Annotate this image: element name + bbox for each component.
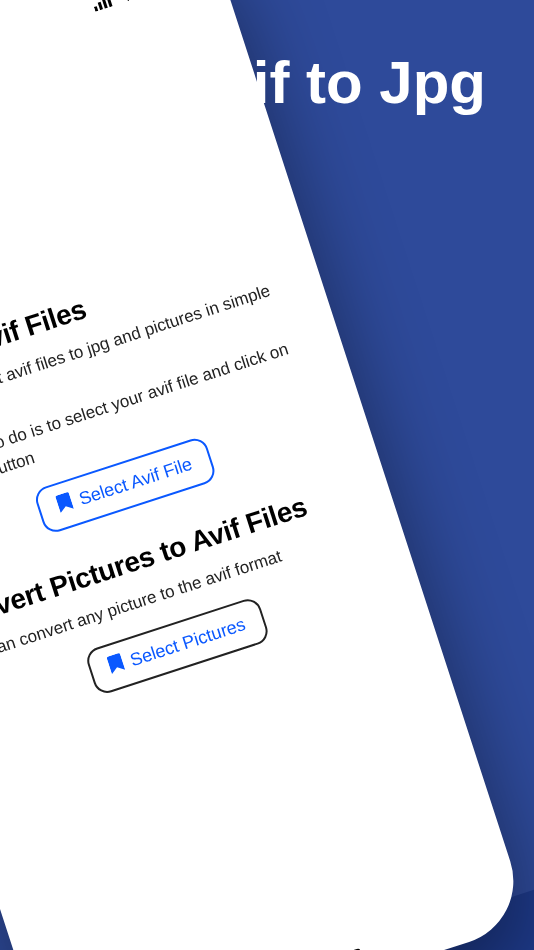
wifi-icon [116, 0, 139, 8]
hero-title: Avif to Jpg [178, 48, 486, 117]
bookmark-icon [106, 653, 126, 679]
button-label: Select Avif File [76, 453, 194, 509]
svg-rect-0 [94, 6, 98, 12]
button-label: Select Pictures [128, 614, 249, 671]
status-icons [91, 0, 171, 16]
svg-rect-1 [98, 2, 103, 11]
bookmark-icon [55, 491, 75, 517]
svg-rect-2 [102, 0, 108, 9]
signal-icon [91, 0, 116, 16]
